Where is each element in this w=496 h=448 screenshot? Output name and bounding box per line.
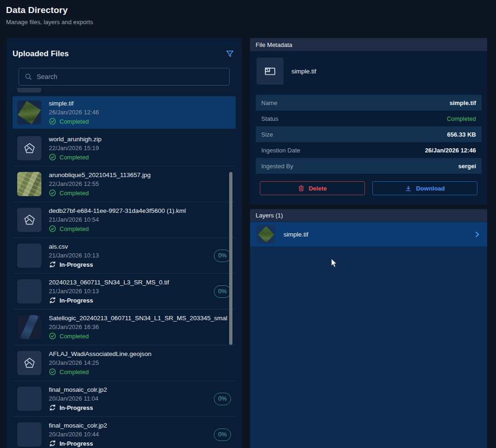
file-name: AFLAJ_WadiAssociatedLine.geojson: [49, 350, 231, 357]
metadata-row: Ingestion Date 26/Jan/2026 12:46: [256, 142, 482, 158]
metadata-row: Status Completed: [256, 111, 482, 126]
file-name: simple.tif: [49, 100, 231, 107]
file-thumbnail: [17, 100, 41, 125]
metadata-value: Completed: [447, 115, 476, 122]
file-date: 20/Jan/2026 10:44: [49, 431, 206, 438]
search-input[interactable]: [37, 73, 224, 80]
file-list-item[interactable]: ais.csv 21/Jan/2026 10:13 In-Progress 0%: [13, 239, 236, 272]
sync-arrows-icon: [49, 440, 56, 447]
metadata-label: Ingestion Date: [261, 147, 300, 154]
metadata-row: Name simple.tif: [256, 95, 482, 111]
download-button-label: Download: [416, 185, 445, 192]
file-thumbnail: [17, 351, 41, 375]
check-circle-icon: [49, 153, 56, 161]
file-status: Completed: [49, 153, 231, 161]
file-list-item[interactable]: final_mosaic_colr.jp2 20/Jan/2026 11:04 …: [13, 382, 236, 415]
status-label: In-Progress: [60, 440, 93, 447]
file-list-item[interactable]: final_mosaic_colr.jp2 20/Jan/2026 10:44 …: [13, 418, 236, 448]
file-list-item[interactable]: Satellogic_20240213_060711_SN34_L1_SR_MS…: [13, 311, 236, 343]
progress-badge: 0%: [214, 428, 231, 441]
file-metadata-header: File Metadata: [250, 38, 487, 51]
delete-button-label: Delete: [309, 185, 327, 192]
trash-icon: [298, 185, 304, 192]
file-name: final_mosaic_colr.jp2: [49, 386, 206, 393]
file-thumbnail: [17, 422, 41, 447]
file-list-item[interactable]: dedb27bf-e684-11ee-9927-31da4e3f5600 (1)…: [13, 204, 236, 236]
file-status: In-Progress: [49, 296, 206, 304]
file-thumbnail: [17, 315, 41, 339]
layer-row[interactable]: simple.tif: [250, 222, 487, 246]
file-list-item[interactable]: world_arunhigh.zip 22/Jan/2026 15:19 Com…: [13, 132, 236, 165]
download-button[interactable]: Download: [372, 181, 477, 195]
image-file-icon: [263, 64, 277, 78]
page-title: Data Directory: [6, 5, 93, 15]
file-name: arunoblique5_20210415_113657.jpg: [49, 171, 231, 178]
file-date: 20/Jan/2026 11:04: [49, 395, 206, 402]
file-date: 21/Jan/2026 10:54: [49, 216, 231, 223]
layer-name: simple.tif: [284, 231, 465, 238]
file-date: 20/Jan/2026 14:25: [49, 359, 231, 366]
file-status: In-Progress: [49, 404, 206, 411]
page-header: Data Directory Manage files, layers and …: [6, 5, 93, 26]
metadata-label: Status: [261, 115, 278, 122]
file-date: 22/Jan/2026 15:19: [49, 145, 231, 152]
filter-funnel-icon: [225, 49, 234, 58]
file-status: Completed: [49, 189, 231, 197]
filter-button[interactable]: [225, 48, 235, 59]
file-thumbnail: [17, 387, 41, 411]
download-arrow-icon: [405, 185, 412, 192]
sync-arrows-icon: [49, 261, 56, 268]
layers-header: Layers (1): [250, 209, 487, 221]
file-thumbnail: [17, 244, 41, 268]
file-list-item[interactable]: arunoblique5_20210415_113657.jpg 22/Jan/…: [13, 168, 236, 200]
check-circle-icon: [49, 189, 56, 197]
file-date: 21/Jan/2026 10:13: [49, 252, 206, 259]
status-label: Completed: [60, 190, 89, 197]
delete-button[interactable]: Delete: [260, 181, 365, 195]
status-label: In-Progress: [60, 404, 93, 411]
metadata-file-name: simple.tif: [291, 68, 316, 75]
file-status: In-Progress: [49, 261, 206, 268]
file-thumbnail: [17, 172, 41, 196]
metadata-row: Ingested By sergei: [256, 158, 482, 174]
list-scrollbar[interactable]: [229, 172, 232, 345]
file-name: Satellogic_20240213_060711_SN34_L1_SR_MS…: [49, 315, 231, 322]
status-label: In-Progress: [60, 297, 93, 304]
file-list-item[interactable]: 20240213_060711_SN34_L3_SR_MS_0.tif 21/J…: [13, 275, 236, 308]
sync-arrows-icon: [49, 296, 56, 304]
layer-thumbnail: [257, 225, 275, 244]
metadata-value: simple.tif: [450, 99, 476, 106]
file-name: dedb27bf-e684-11ee-9927-31da4e3f5600 (1)…: [49, 207, 231, 214]
metadata-value: sergei: [458, 163, 476, 170]
search-box[interactable]: [19, 68, 230, 86]
polygon-image-icon: [23, 357, 36, 369]
metadata-value: 26/Jan/2026 12:46: [425, 147, 476, 154]
file-name: world_arunhigh.zip: [49, 136, 231, 143]
file-list-item[interactable]: AFLAJ_WadiAssociatedLine.geojson 20/Jan/…: [13, 347, 236, 379]
metadata-row: Size 656.33 KB: [256, 126, 482, 142]
progress-badge: 0%: [214, 285, 231, 298]
file-thumbnail: [17, 136, 41, 160]
file-date: 21/Jan/2026 10:13: [49, 288, 206, 295]
file-thumbnail: [17, 208, 41, 232]
file-thumbnail: [17, 279, 41, 303]
file-date: 26/Jan/2026 12:46: [49, 109, 231, 116]
file-icon-tile: [257, 58, 284, 85]
file-name: 20240213_060711_SN34_L3_SR_MS_0.tif: [49, 279, 206, 286]
file-status: Completed: [49, 332, 231, 340]
check-circle-icon: [49, 225, 56, 232]
metadata-label: Name: [261, 99, 278, 106]
chevron-right-icon[interactable]: [474, 231, 481, 238]
status-label: Completed: [60, 118, 89, 125]
partially-scrolled-item-thumbnail: [17, 88, 41, 92]
progress-badge: 0%: [214, 250, 231, 262]
uploaded-files-title: Uploaded Files: [13, 49, 69, 59]
file-list: simple.tif 26/Jan/2026 12:46 Completed w…: [13, 96, 236, 448]
file-list-item[interactable]: simple.tif 26/Jan/2026 12:46 Completed: [13, 96, 236, 129]
status-label: Completed: [60, 369, 89, 376]
check-circle-icon: [49, 368, 56, 376]
sync-arrows-icon: [49, 404, 56, 411]
uploaded-files-panel: Uploaded Files simple.tif 26/Jan/2026 12…: [7, 38, 242, 448]
file-metadata-panel: File Metadata simple.tif Name simple.tif…: [250, 38, 487, 204]
metadata-label: Ingested By: [261, 163, 293, 170]
